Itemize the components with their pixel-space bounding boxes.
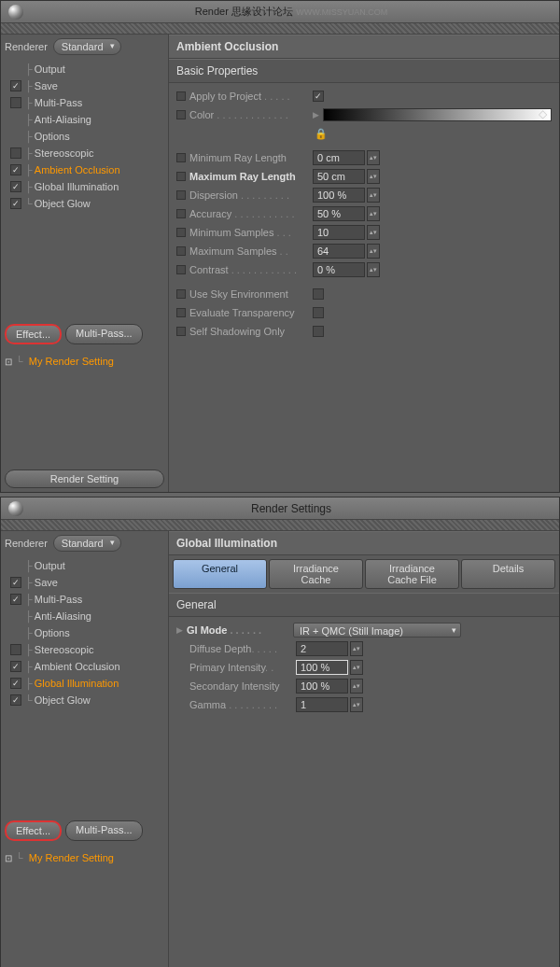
diffuse-input[interactable]	[296, 641, 348, 656]
tree-item-stereoscopic[interactable]: ├Stereoscopic	[8, 145, 164, 161]
gamma-input[interactable]	[296, 697, 348, 712]
spinner-icon[interactable]: ▴▾	[367, 188, 380, 203]
effect-button[interactable]: Effect...	[5, 820, 62, 841]
spinner-icon[interactable]: ▴▾	[350, 697, 363, 712]
tree-item-options[interactable]: ├Options	[8, 624, 164, 641]
accuracy-input[interactable]	[313, 206, 365, 221]
preset-icon: ⊡	[5, 853, 12, 863]
tree-item-multipass[interactable]: ├Multi-Pass	[8, 94, 164, 111]
tree-item-ao[interactable]: ├Ambient Occlusion	[8, 161, 164, 178]
expand-arrow-icon[interactable]: ▶	[313, 110, 319, 119]
renderer-dropdown[interactable]: Standard	[53, 535, 121, 552]
prop-selfshadow: Self Shadowing Only	[189, 326, 311, 337]
evaltrans-checkbox[interactable]	[313, 307, 324, 318]
spinner-icon[interactable]: ▴▾	[350, 641, 363, 656]
multipass-button[interactable]: Multi-Pass...	[65, 820, 143, 841]
tree-item-output[interactable]: ├Output	[8, 557, 164, 574]
expand-arrow-icon[interactable]: ▶	[176, 625, 183, 635]
checkbox[interactable]	[10, 97, 21, 108]
prop-evaltrans: Evaluate Transparency	[189, 307, 311, 318]
renderer-dropdown[interactable]: Standard	[53, 38, 121, 55]
checkbox[interactable]	[10, 198, 21, 209]
window-title: Render 思缘设计论坛 WWW.MISSYUAN.COM	[31, 5, 552, 19]
titlebar[interactable]: Render 思缘设计论坛 WWW.MISSYUAN.COM	[1, 1, 559, 23]
prop-accuracy: Accuracy . . . . . . . . . . .	[189, 208, 311, 219]
checkbox[interactable]	[10, 661, 21, 672]
checkbox[interactable]	[10, 181, 21, 192]
tree-item-save[interactable]: ├Save	[8, 574, 164, 591]
preset-row[interactable]: ⊡ └ My Render Setting	[5, 852, 164, 863]
minray-input[interactable]	[313, 150, 365, 165]
maxray-input[interactable]	[313, 169, 365, 184]
tree-item-multipass[interactable]: ├Multi-Pass	[8, 591, 164, 608]
prop-checkbox[interactable]	[176, 209, 186, 218]
tree-item-antialiasing[interactable]: ├Anti-Aliasing	[8, 608, 164, 624]
prop-checkbox[interactable]	[176, 265, 186, 274]
render-setting-button[interactable]: Render Setting	[5, 469, 164, 488]
color-gradient[interactable]	[323, 108, 552, 121]
renderer-label: Renderer	[5, 538, 48, 549]
minsamples-input[interactable]	[313, 225, 365, 240]
prop-checkbox[interactable]	[176, 110, 186, 119]
prop-primary: Primary Intensity. .	[189, 662, 294, 673]
secondary-input[interactable]	[296, 679, 348, 694]
tree-item-glow[interactable]: └Object Glow	[8, 195, 164, 212]
tree-item-ao[interactable]: ├Ambient Occlusion	[8, 658, 164, 675]
spinner-icon[interactable]: ▴▾	[367, 262, 380, 277]
prop-checkbox[interactable]	[176, 153, 186, 162]
tree-item-gi[interactable]: ├Global Illumination	[8, 178, 164, 195]
prop-checkbox[interactable]	[176, 308, 186, 317]
prop-checkbox[interactable]	[176, 228, 186, 237]
gimode-dropdown[interactable]: IR + QMC (Still Image)	[293, 623, 461, 638]
titlebar[interactable]: Render Settings	[1, 498, 559, 520]
spinner-icon[interactable]: ▴▾	[350, 660, 363, 675]
tab-irradiance-cache-file[interactable]: Irradiance Cache File	[365, 559, 459, 589]
tree-item-glow[interactable]: └Object Glow	[8, 692, 164, 708]
spinner-icon[interactable]: ▴▾	[367, 244, 380, 259]
checkbox[interactable]	[10, 678, 21, 689]
prop-checkbox[interactable]	[176, 91, 186, 101]
prop-maxray: Maximum Ray Length	[189, 171, 311, 182]
multipass-button[interactable]: Multi-Pass...	[65, 324, 143, 344]
spinner-icon[interactable]: ▴▾	[367, 206, 380, 221]
spinner-icon[interactable]: ▴▾	[367, 225, 380, 240]
prop-minsamples: Minimum Samples . . .	[189, 227, 311, 238]
prop-checkbox[interactable]	[176, 190, 186, 200]
contrast-input[interactable]	[313, 262, 365, 277]
selfshadow-checkbox[interactable]	[313, 326, 324, 337]
effect-button[interactable]: Effect...	[5, 324, 62, 344]
tree-item-antialiasing[interactable]: ├Anti-Aliasing	[8, 111, 164, 128]
primary-input[interactable]	[296, 660, 348, 675]
apply-value-checkbox[interactable]	[313, 91, 324, 102]
spinner-icon[interactable]: ▴▾	[367, 150, 380, 165]
prop-checkbox[interactable]	[176, 289, 186, 299]
tree-item-output[interactable]: ├Output	[8, 61, 164, 77]
grip-bar[interactable]	[1, 520, 559, 531]
checkbox[interactable]	[10, 164, 21, 175]
checkbox[interactable]	[10, 694, 21, 706]
tree-item-stereoscopic[interactable]: ├Stereoscopic	[8, 641, 164, 658]
checkbox[interactable]	[10, 147, 21, 159]
grip-bar[interactable]	[1, 23, 559, 35]
checkbox[interactable]	[10, 80, 21, 91]
usesky-checkbox[interactable]	[313, 288, 324, 300]
checkbox[interactable]	[10, 644, 21, 655]
tree-item-gi[interactable]: ├Global Illumination	[8, 675, 164, 692]
prop-checkbox[interactable]	[176, 327, 186, 336]
prop-checkbox[interactable]	[176, 172, 186, 181]
tab-bar: General Irradiance Cache Irradiance Cach…	[169, 555, 559, 593]
tree-item-save[interactable]: ├Save	[8, 77, 164, 94]
tab-general[interactable]: General	[173, 559, 267, 589]
tree-item-options[interactable]: ├Options	[8, 128, 164, 145]
checkbox[interactable]	[10, 594, 21, 605]
dispersion-input[interactable]	[313, 188, 365, 203]
maxsamples-input[interactable]	[313, 244, 365, 259]
tab-details[interactable]: Details	[461, 559, 555, 589]
tab-irradiance-cache[interactable]: Irradiance Cache	[269, 559, 363, 589]
checkbox[interactable]	[10, 577, 21, 588]
prop-gamma: Gamma . . . . . . . . .	[189, 699, 294, 710]
preset-row[interactable]: ⊡ └ My Render Setting	[5, 356, 164, 367]
prop-checkbox[interactable]	[176, 246, 186, 256]
spinner-icon[interactable]: ▴▾	[350, 679, 363, 694]
spinner-icon[interactable]: ▴▾	[367, 169, 380, 184]
